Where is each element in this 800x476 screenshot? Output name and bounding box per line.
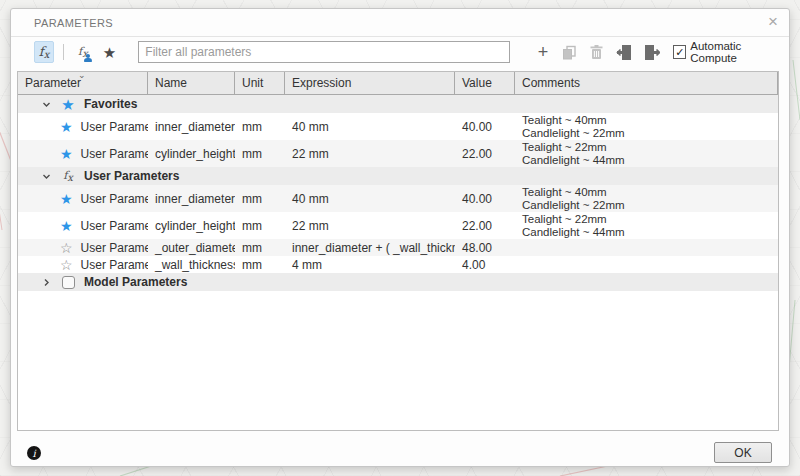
column-header-name[interactable]: Name xyxy=(148,72,235,95)
favorites-filter-star-icon[interactable]: ★ xyxy=(103,45,116,60)
expression-cell[interactable]: 22 mm xyxy=(285,147,455,161)
ok-button[interactable]: OK xyxy=(714,442,772,463)
automatic-compute-checkbox-group[interactable]: ✓ Automatic Compute xyxy=(673,40,781,64)
parameter-row-inner_diameter[interactable]: ★User Parameterinner_diametermm40 mm40.0… xyxy=(18,185,778,212)
cube-icon xyxy=(62,276,75,289)
group-label: User Parameters xyxy=(84,169,179,183)
value-cell: 4.00 xyxy=(455,258,515,272)
value-cell: 48.00 xyxy=(455,241,515,255)
delete-parameter-icon[interactable] xyxy=(589,43,604,61)
group-label: Favorites xyxy=(84,97,137,111)
expression-cell[interactable]: 4 mm xyxy=(285,258,455,272)
parameter-type-label: User Parameter xyxy=(81,219,148,233)
fx-filter-toggle-button[interactable]: fx xyxy=(34,41,54,63)
parameter-type-label: User Parameter xyxy=(81,120,148,134)
nonfavorite-star-icon[interactable]: ☆ xyxy=(60,241,73,255)
expression-cell[interactable]: 40 mm xyxy=(285,120,455,134)
expression-cell[interactable]: inner_diameter + ( _wall_thickness * 2 ) xyxy=(285,241,455,255)
column-header-value[interactable]: Value xyxy=(455,72,515,95)
parameter-row-_outer_diameter[interactable]: ☆User Parameter_outer_diametermminner_di… xyxy=(18,239,778,256)
parameter-row-cylinder_height[interactable]: ★User Parametercylinder_heightmm22 mm22.… xyxy=(18,212,778,239)
group-label: Model Parameters xyxy=(84,275,187,289)
parameters-dialog: PARAMETERS × fx fx ★ + xyxy=(10,8,790,467)
person-icon xyxy=(84,54,92,62)
name-cell[interactable]: inner_diameter xyxy=(148,120,235,134)
parameter-row-inner_diameter[interactable]: ★User Parameterinner_diametermm40 mm40.0… xyxy=(18,113,778,140)
parameter-type-label: User Parameter xyxy=(81,241,148,255)
table-header: Parameter Name Unit Expression Value Com… xyxy=(18,72,778,95)
column-header-unit[interactable]: Unit xyxy=(235,72,285,95)
parameter-row-cylinder_height[interactable]: ★User Parametercylinder_heightmm22 mm22.… xyxy=(18,140,778,167)
copy-parameter-icon[interactable] xyxy=(562,43,577,61)
parameter-cell: ☆User Parameter xyxy=(18,241,148,255)
user-parameter-filter-button[interactable]: fx xyxy=(73,41,93,63)
favorite-star-icon[interactable]: ★ xyxy=(60,219,73,233)
chevron-down-icon[interactable] xyxy=(41,100,51,109)
import-csv-icon[interactable] xyxy=(616,43,632,61)
parameter-cell: ★User Parameter xyxy=(18,120,148,134)
fx-icon: fx xyxy=(63,170,73,183)
filter-parameters-input[interactable] xyxy=(138,41,510,63)
name-cell[interactable]: _outer_diameter xyxy=(148,241,235,255)
value-cell: 22.00 xyxy=(455,147,515,161)
info-icon[interactable]: i xyxy=(27,446,41,460)
favorite-star-icon[interactable]: ★ xyxy=(60,147,73,161)
parameter-cell: ★User Parameter xyxy=(18,219,148,233)
parameter-row-_wall_thickness[interactable]: ☆User Parameter_wall_thicknessmm4 mm4.00 xyxy=(18,256,778,273)
unit-cell[interactable]: mm xyxy=(235,258,285,272)
unit-cell[interactable]: mm xyxy=(235,192,285,206)
expression-cell[interactable]: 40 mm xyxy=(285,192,455,206)
table-body: ★Favorites★User Parameterinner_diameterm… xyxy=(18,95,778,291)
parameter-cell: ★User Parameter xyxy=(18,192,148,206)
dialog-titlebar[interactable]: PARAMETERS × xyxy=(11,9,789,37)
favorite-star-icon[interactable]: ★ xyxy=(60,192,73,206)
value-cell: 22.00 xyxy=(455,219,515,233)
column-header-expression[interactable]: Expression xyxy=(285,72,455,95)
dialog-title: PARAMETERS xyxy=(34,17,113,29)
sort-indicator-icon: ⌄ xyxy=(78,70,86,80)
comments-cell[interactable]: Tealight ~ 40mmCandlelight ~ 22mm xyxy=(515,186,778,212)
nonfavorite-star-icon[interactable]: ☆ xyxy=(60,258,73,272)
add-parameter-button[interactable]: + xyxy=(536,44,550,60)
toolbar: fx fx ★ + xyxy=(34,40,781,64)
toolbar-separator xyxy=(63,44,64,60)
fx-icon: fx xyxy=(39,45,49,60)
name-cell[interactable]: _wall_thickness xyxy=(148,258,235,272)
group-row-favorites[interactable]: ★Favorites xyxy=(18,95,778,113)
favorite-star-icon[interactable]: ★ xyxy=(60,120,73,134)
parameter-type-label: User Parameter xyxy=(81,147,148,161)
unit-cell[interactable]: mm xyxy=(235,219,285,233)
parameter-type-label: User Parameter xyxy=(81,192,148,206)
export-csv-icon[interactable] xyxy=(644,43,660,61)
name-cell[interactable]: cylinder_height xyxy=(148,147,235,161)
comments-cell[interactable]: Tealight ~ 40mmCandlelight ~ 22mm xyxy=(515,114,778,140)
comments-cell[interactable]: Tealight ~ 22mmCandlelight ~ 44mm xyxy=(515,141,778,167)
column-header-comments[interactable]: Comments xyxy=(515,72,778,95)
group-row-user-parameters[interactable]: fxUser Parameters xyxy=(18,167,778,185)
automatic-compute-checkbox[interactable]: ✓ xyxy=(673,45,686,59)
name-cell[interactable]: inner_diameter xyxy=(148,192,235,206)
parameters-table: Parameter Name Unit Expression Value Com… xyxy=(17,71,779,431)
favorites-star-icon: ★ xyxy=(61,97,74,112)
parameter-type-label: User Parameter xyxy=(81,258,148,272)
comments-cell[interactable]: Tealight ~ 22mmCandlelight ~ 44mm xyxy=(515,213,778,239)
close-icon[interactable]: × xyxy=(768,13,778,31)
automatic-compute-label: Automatic Compute xyxy=(690,40,781,64)
name-cell[interactable]: cylinder_height xyxy=(148,219,235,233)
chevron-down-icon[interactable] xyxy=(41,172,51,181)
value-cell: 40.00 xyxy=(455,120,515,134)
unit-cell[interactable]: mm xyxy=(235,241,285,255)
parameter-cell: ☆User Parameter xyxy=(18,258,148,272)
unit-cell[interactable]: mm xyxy=(235,147,285,161)
value-cell: 40.00 xyxy=(455,192,515,206)
chevron-right-icon[interactable] xyxy=(41,278,51,287)
unit-cell[interactable]: mm xyxy=(235,120,285,134)
group-row-model-parameters[interactable]: Model Parameters xyxy=(18,273,778,291)
parameter-cell: ★User Parameter xyxy=(18,147,148,161)
expression-cell[interactable]: 22 mm xyxy=(285,219,455,233)
